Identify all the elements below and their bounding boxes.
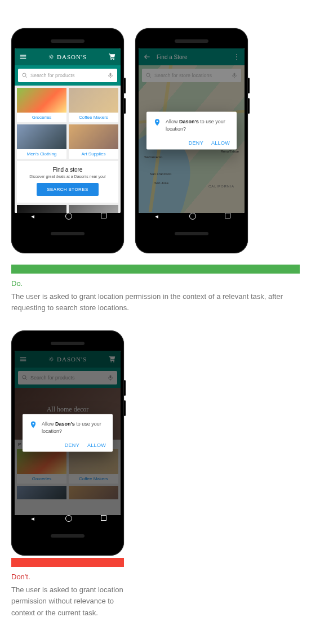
search-input[interactable]: Search for products: [18, 69, 117, 82]
cart-icon[interactable]: [108, 53, 116, 61]
nav-home-icon[interactable]: [189, 213, 196, 220]
hero-line: All home decor: [47, 405, 89, 414]
category-tile-mens[interactable]: [17, 486, 66, 499]
page-title: Find a Store: [157, 54, 187, 60]
category-tile-groceries[interactable]: Groceries: [17, 449, 66, 484]
svg-point-11: [23, 375, 26, 379]
svg-point-10: [113, 361, 114, 363]
do-label: Do.: [11, 279, 300, 288]
category-label: Men's Clothing: [17, 149, 66, 159]
card-subtitle: Discover great deals at a Dason's near y…: [20, 175, 115, 178]
back-icon[interactable]: [143, 53, 151, 61]
overflow-icon[interactable]: ⋮: [233, 56, 240, 58]
search-input[interactable]: Search for products: [18, 371, 117, 384]
location-pin-icon: [29, 421, 37, 429]
do-caption: The user is asked to grant location perm…: [11, 291, 300, 314]
android-navbar: ▲: [15, 213, 121, 221]
permission-dialog: Allow Dason's to use your location? DENY…: [146, 111, 237, 149]
map-city-label: San Francisco: [150, 172, 171, 176]
mic-icon[interactable]: [107, 72, 114, 79]
category-grid: Groceries Coffee Makers Men's Clothing: [15, 86, 121, 159]
dont-example-row: DASON'S Search for products: [11, 330, 300, 618]
nav-back-icon[interactable]: ▲: [153, 213, 161, 221]
brand-label: DASON'S: [57, 53, 87, 60]
svg-point-9: [110, 361, 112, 363]
category-image: [69, 124, 118, 149]
nav-recents-icon[interactable]: [101, 213, 106, 218]
nav-back-icon[interactable]: ▲: [29, 213, 37, 221]
android-navbar: ▲: [15, 515, 121, 523]
app-bar: DASON'S: [15, 48, 121, 65]
category-tile-coffee[interactable]: Coffee Makers: [69, 449, 118, 484]
category-label: Art Supplies: [69, 149, 118, 159]
search-stores-button[interactable]: SEARCH STORES: [37, 183, 99, 196]
nav-back-icon[interactable]: ▲: [29, 515, 37, 523]
category-image: [69, 88, 118, 113]
menu-icon[interactable]: [19, 53, 27, 61]
app-bar: Find a Store ⋮: [139, 48, 245, 65]
dialog-message: Allow Dason's to use your location?: [42, 421, 106, 435]
category-tile-art[interactable]: Art Supplies: [69, 124, 118, 159]
svg-point-2: [113, 59, 114, 60]
store-home-screen: DASON'S Search for products: [15, 48, 121, 213]
search-placeholder: Search for products: [30, 73, 75, 78]
allow-button[interactable]: ALLOW: [87, 443, 106, 449]
nav-home-icon[interactable]: [65, 213, 72, 220]
phone-frame: DASON'S Search for products: [11, 28, 124, 253]
category-image: [17, 124, 66, 149]
category-tile-art[interactable]: [69, 486, 118, 499]
svg-point-3: [23, 73, 26, 77]
search-icon: [21, 374, 28, 381]
phone-frame: Sacramento San Francisco San Jose Reno/T…: [135, 28, 248, 253]
map-state-label: CALIFORNIA: [208, 185, 234, 188]
brand-title: DASON'S: [48, 356, 87, 363]
svg-point-5: [146, 73, 150, 77]
svg-point-7: [157, 120, 158, 122]
svg-rect-6: [234, 73, 236, 77]
product-tile[interactable]: [69, 205, 118, 213]
svg-point-0: [50, 56, 52, 58]
cart-icon[interactable]: [108, 355, 116, 363]
product-tile[interactable]: [17, 205, 66, 213]
nav-recents-icon[interactable]: [225, 213, 230, 218]
search-placeholder: Search for store locations: [154, 73, 212, 78]
mic-icon[interactable]: [231, 72, 238, 79]
android-navbar: ▲: [139, 213, 245, 221]
search-input[interactable]: Search for store locations: [142, 69, 241, 82]
permission-dialog: Allow Dason's to use your location? DENY…: [23, 414, 113, 452]
home-screen-with-dialog: DASON'S Search for products: [15, 351, 121, 515]
do-example-row: DASON'S Search for products: [11, 28, 300, 253]
app-bar: DASON'S: [15, 351, 121, 368]
svg-rect-4: [110, 73, 112, 77]
dont-caption: The user is asked to grant location perm…: [11, 584, 124, 618]
svg-point-13: [33, 423, 34, 425]
location-pin-icon: [153, 118, 161, 126]
map-screen: Sacramento San Francisco San Jose Reno/T…: [139, 48, 245, 213]
dialog-message: Allow Dason's to use your location?: [166, 118, 230, 132]
deny-button[interactable]: DENY: [189, 141, 203, 146]
category-tile-mens[interactable]: Men's Clothing: [17, 124, 66, 159]
map-city-label: Reno/Tahoe: [221, 150, 239, 153]
dont-indicator-bar: [11, 558, 124, 567]
card-title: Find a store: [20, 167, 115, 173]
mic-icon[interactable]: [107, 374, 114, 381]
svg-rect-12: [110, 375, 112, 379]
deny-button[interactable]: DENY: [65, 443, 79, 449]
phone-frame: DASON'S Search for products: [11, 330, 124, 556]
dont-label: Don't.: [11, 573, 124, 581]
category-tile-groceries[interactable]: Groceries: [17, 88, 66, 122]
brand-title: DASON'S: [48, 53, 87, 60]
category-label: Groceries: [17, 113, 66, 122]
category-image: [17, 88, 66, 113]
svg-point-1: [110, 59, 112, 60]
category-tile-coffee[interactable]: Coffee Makers: [69, 88, 118, 122]
search-icon: [21, 72, 28, 79]
do-indicator-bar: [11, 265, 300, 274]
map-city-label: San Jose: [154, 181, 168, 185]
nav-home-icon[interactable]: [65, 515, 72, 522]
nav-recents-icon[interactable]: [101, 515, 106, 521]
map-city-label: Sacramento: [144, 155, 162, 159]
menu-icon[interactable]: [19, 355, 27, 363]
allow-button[interactable]: ALLOW: [211, 141, 230, 146]
find-store-card: Find a store Discover great deals at a D…: [17, 161, 118, 203]
